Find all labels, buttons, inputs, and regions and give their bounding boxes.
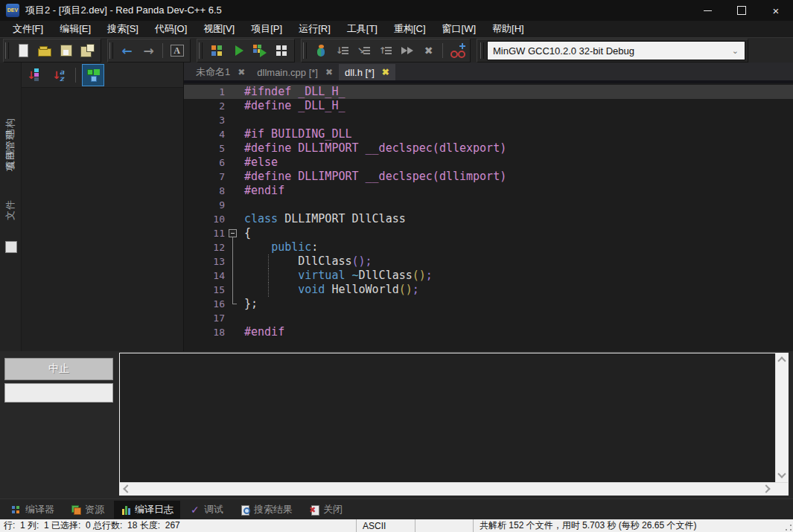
code-line[interactable]: 2#define _DLL_H_: [184, 99, 793, 113]
run-button[interactable]: [227, 41, 249, 61]
code-line[interactable]: 5#define DLLIMPORT __declspec(dllexport): [184, 141, 793, 156]
step-out-button[interactable]: [375, 41, 396, 61]
code-line[interactable]: 13 DllClass();: [184, 254, 793, 269]
code-line[interactable]: 16};: [184, 297, 793, 311]
close-icon[interactable]: [325, 67, 333, 77]
code-line[interactable]: 17: [184, 311, 793, 325]
vertical-scrollbar[interactable]: [775, 353, 788, 482]
menu-item[interactable]: 窗口[W]: [434, 21, 485, 37]
fold-gutter: [228, 85, 240, 99]
code-line[interactable]: 10class DLLIMPORT DllClass: [184, 212, 793, 226]
editor-tab[interactable]: dllmain.cpp [*]: [251, 64, 339, 80]
scroll-right-icon[interactable]: [763, 486, 770, 493]
compiler-set-dropdown[interactable]: MinGW GCC10.2.0 32-bit Debug ⌄: [487, 41, 745, 60]
menu-item[interactable]: 项目[P]: [243, 21, 290, 37]
save-all-button[interactable]: [77, 41, 98, 61]
code-line[interactable]: 6#else: [184, 156, 793, 170]
code-text: #define DLLIMPORT __declspec(dllexport): [240, 141, 506, 156]
line-number: 14: [184, 269, 228, 283]
find-in-files-icon: [168, 42, 186, 60]
back-button[interactable]: [116, 41, 138, 61]
menu-item[interactable]: 重构[C]: [386, 21, 434, 37]
sort-by-type-button[interactable]: [23, 65, 44, 86]
sort-alphabetically-button[interactable]: [48, 65, 69, 86]
bottom-tab-resource[interactable]: 资源: [64, 501, 111, 519]
bottom-tab-compiler[interactable]: 编译器: [4, 501, 61, 519]
menu-item[interactable]: 代码[O]: [147, 21, 195, 37]
new-file-icon: [14, 42, 32, 60]
scroll-up-icon[interactable]: [779, 358, 786, 365]
rebuild-button[interactable]: [270, 41, 292, 61]
code-line[interactable]: 3: [184, 113, 793, 127]
abort-button[interactable]: 中止: [4, 358, 113, 380]
minimize-icon[interactable]: [690, 0, 724, 21]
toolbar-gripper: [303, 42, 307, 59]
bottom-tab-label: 编译日志: [135, 503, 173, 516]
code-line[interactable]: 14 virtual ~DllClass();: [184, 269, 793, 283]
close-icon[interactable]: ×: [759, 0, 793, 21]
sidebar-tab-2[interactable]: 结构: [4, 118, 17, 138]
window-controls: ×: [690, 0, 793, 21]
code-line[interactable]: 9: [184, 198, 793, 212]
status-mode: [415, 519, 474, 532]
find-in-files-button[interactable]: [166, 41, 188, 61]
toolbar-group: [3, 39, 101, 63]
step-into-button[interactable]: [353, 41, 375, 61]
stop-button[interactable]: [418, 41, 439, 61]
add-watch-button[interactable]: [446, 41, 468, 61]
editor-tab[interactable]: dll.h [*]: [339, 64, 395, 80]
resize-grip[interactable]: [785, 524, 792, 531]
code-line[interactable]: 7#define DLLIMPORT __declspec(dllimport): [184, 170, 793, 184]
step-over-button[interactable]: [331, 41, 353, 61]
editor-tab[interactable]: 未命名1: [190, 64, 251, 80]
new-file-button[interactable]: [12, 41, 34, 61]
bottom-tab-compile-log[interactable]: 编译日志: [114, 501, 180, 519]
code-line[interactable]: 4#if BUILDING_DLL: [184, 127, 793, 141]
class-view-button[interactable]: [82, 64, 104, 86]
compile-log-content[interactable]: [120, 353, 775, 482]
line-number: 5: [184, 141, 228, 156]
menu-item[interactable]: 工具[T]: [339, 21, 386, 37]
menu-item[interactable]: 文件[F]: [4, 21, 51, 37]
status-cursor-info: 行: 1 列: 1 已选择: 0 总行数: 18 长度: 267: [0, 519, 357, 532]
sidebar-tab-3[interactable]: 监视: [4, 149, 17, 170]
open-file-button[interactable]: [34, 41, 55, 61]
code-line[interactable]: 8#endif: [184, 184, 793, 198]
sidebar-tab-4[interactable]: 文件: [4, 199, 17, 220]
save-all-icon: [79, 42, 97, 60]
compile-and-run-button[interactable]: [249, 41, 270, 61]
project-panel-body[interactable]: [22, 88, 183, 351]
menu-item[interactable]: 帮助[H]: [484, 21, 532, 37]
code-line[interactable]: 18#endif: [184, 325, 793, 339]
close-icon[interactable]: [238, 67, 245, 77]
code-line[interactable]: 12 public:: [184, 240, 793, 254]
code-line[interactable]: 1#ifndef _DLL_H_: [184, 85, 793, 99]
line-number: 9: [184, 198, 228, 212]
editor-tab-bar: 未命名1dllmain.cpp [*]dll.h [*]: [184, 63, 793, 80]
main-toolbar: MinGW GCC10.2.0 32-bit Debug ⌄: [0, 37, 793, 64]
scroll-left-icon[interactable]: [124, 486, 131, 493]
close-icon[interactable]: [382, 67, 389, 77]
forward-button[interactable]: [138, 41, 159, 61]
maximize-icon[interactable]: [724, 0, 759, 21]
fold-marker-icon: [228, 254, 240, 269]
code-line[interactable]: 11{: [184, 226, 793, 240]
menu-item[interactable]: 视图[V]: [195, 21, 243, 37]
scroll-down-icon[interactable]: [779, 471, 786, 478]
line-number: 11: [184, 226, 228, 240]
menu-item[interactable]: 运行[R]: [290, 21, 339, 37]
code-line[interactable]: 15 void HelloWorld();: [184, 283, 793, 297]
bottom-tab-close[interactable]: 关闭: [302, 501, 349, 519]
sort-alphabetically-icon: [50, 66, 68, 84]
bottom-tab-search-results[interactable]: 搜索结果: [233, 501, 299, 519]
debug-button[interactable]: [310, 41, 331, 61]
horizontal-scrollbar[interactable]: [120, 482, 788, 495]
compile-button[interactable]: [206, 41, 227, 61]
code-editor[interactable]: 1#ifndef _DLL_H_2#define _DLL_H_34#if BU…: [184, 83, 793, 351]
line-number: 8: [184, 184, 228, 198]
save-button[interactable]: [55, 41, 77, 61]
menu-item[interactable]: 搜索[S]: [99, 21, 147, 37]
bottom-tab-debug[interactable]: 调试: [183, 501, 230, 519]
continue-button[interactable]: [396, 41, 418, 61]
menu-item[interactable]: 编辑[E]: [51, 21, 99, 37]
